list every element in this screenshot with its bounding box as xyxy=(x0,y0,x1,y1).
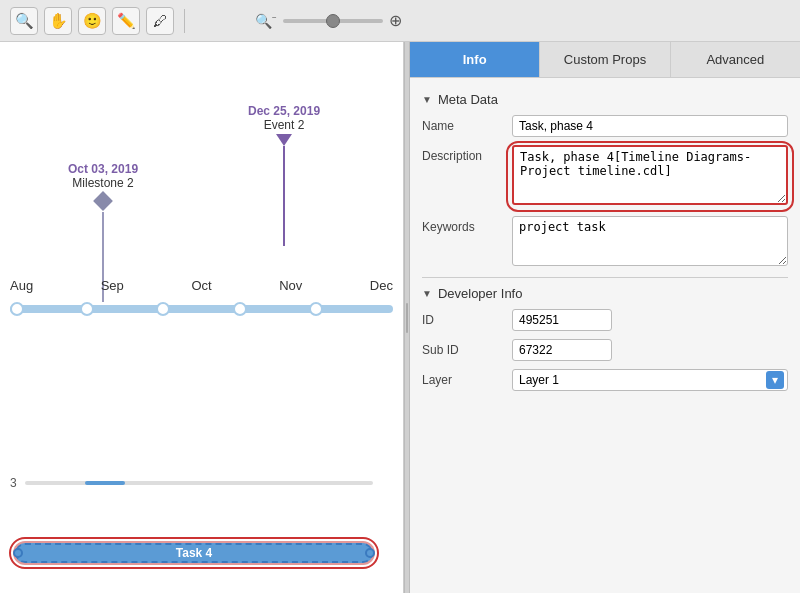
right-panel: Info Custom Props Advanced ▼ Meta Data N… xyxy=(410,42,800,593)
label-aug: Aug xyxy=(10,278,33,293)
name-label: Name xyxy=(422,115,512,133)
description-value-container: Task, phase 4[Timeline Diagrams-Project … xyxy=(512,145,788,208)
tab-info[interactable]: Info xyxy=(410,42,540,77)
timeline-bar: Aug Sep Oct Nov Dec xyxy=(0,300,403,318)
layer-label: Layer xyxy=(422,369,512,387)
toolbar-separator xyxy=(184,9,185,33)
magnify-tool[interactable]: 🔍 xyxy=(10,7,38,35)
subid-value-container xyxy=(512,339,788,361)
subid-field-row: Sub ID xyxy=(422,339,788,361)
event-line xyxy=(283,146,285,246)
pencil-tool[interactable]: ✏️ xyxy=(112,7,140,35)
timeline-labels: Aug Sep Oct Nov Dec xyxy=(10,278,393,293)
timeline-node-nov xyxy=(233,302,247,316)
keywords-label: Keywords xyxy=(422,216,512,234)
keywords-value-container: project task xyxy=(512,216,788,269)
tab-advanced[interactable]: Advanced xyxy=(671,42,800,77)
panel-content: ▼ Meta Data Name Description Task, phase… xyxy=(410,78,800,593)
timeline-track xyxy=(10,305,393,313)
scroll-area: 3 xyxy=(0,473,383,493)
task4-right-handle[interactable] xyxy=(365,548,375,558)
milestone-date: Oct 03, 2019 xyxy=(68,162,138,176)
zoom-slider[interactable] xyxy=(283,19,383,23)
meta-collapse-icon[interactable]: ▼ xyxy=(422,94,432,105)
task4-left-handle[interactable] xyxy=(13,548,23,558)
description-label: Description xyxy=(422,145,512,163)
meta-data-section-header: ▼ Meta Data xyxy=(422,92,788,107)
label-sep: Sep xyxy=(101,278,124,293)
dev-collapse-icon[interactable]: ▼ xyxy=(422,288,432,299)
select-tool[interactable]: 🙂 xyxy=(78,7,106,35)
timeline-node-aug xyxy=(10,302,24,316)
section-divider xyxy=(422,277,788,278)
meta-section-title: Meta Data xyxy=(438,92,498,107)
layer-select-wrapper: Layer 1 Layer 2 Layer 3 xyxy=(512,369,788,391)
scroll-track[interactable] xyxy=(25,481,373,485)
tab-custom-props[interactable]: Custom Props xyxy=(540,42,670,77)
name-input[interactable] xyxy=(512,115,788,137)
description-textarea[interactable]: Task, phase 4[Timeline Diagrams-Project … xyxy=(512,145,788,205)
timeline-node-oct xyxy=(156,302,170,316)
scroll-number: 3 xyxy=(10,476,17,490)
id-field-row: ID xyxy=(422,309,788,331)
timeline-area: Dec 25, 2019 Event 2 Oct 03, 2019 Milest… xyxy=(0,42,403,593)
layer-field-row: Layer Layer 1 Layer 2 Layer 3 xyxy=(422,369,788,391)
name-value-container xyxy=(512,115,788,137)
zoom-out-icon[interactable]: 🔍− xyxy=(255,13,277,29)
main-layout: Dec 25, 2019 Event 2 Oct 03, 2019 Milest… xyxy=(0,42,800,593)
label-dec: Dec xyxy=(370,278,393,293)
task4-bar[interactable]: Task 4 xyxy=(15,543,373,563)
panel-tabs: Info Custom Props Advanced xyxy=(410,42,800,78)
layer-value-container: Layer 1 Layer 2 Layer 3 xyxy=(512,369,788,391)
label-nov: Nov xyxy=(279,278,302,293)
id-label: ID xyxy=(422,309,512,327)
event-triangle-icon xyxy=(276,134,292,146)
event-dec-label: Event 2 xyxy=(248,118,320,132)
description-field-row: Description Task, phase 4[Timeline Diagr… xyxy=(422,145,788,208)
id-input[interactable] xyxy=(512,309,612,331)
scroll-thumb[interactable] xyxy=(85,481,125,485)
pan-tool[interactable]: ✋ xyxy=(44,7,72,35)
zoom-in-icon[interactable]: ⊕ xyxy=(389,11,402,30)
milestone-label: Milestone 2 xyxy=(68,176,138,190)
id-value-container xyxy=(512,309,788,331)
label-oct: Oct xyxy=(191,278,211,293)
name-field-row: Name xyxy=(422,115,788,137)
toolbar: 🔍 ✋ 🙂 ✏️ 🖊 🔍− ⊕ xyxy=(0,0,800,42)
keywords-field-row: Keywords project task xyxy=(422,216,788,269)
canvas-area[interactable]: Dec 25, 2019 Event 2 Oct 03, 2019 Milest… xyxy=(0,42,404,593)
dev-section-title: Developer Info xyxy=(438,286,523,301)
subid-label: Sub ID xyxy=(422,339,512,357)
zoom-control: 🔍− ⊕ xyxy=(255,11,402,30)
keywords-textarea[interactable]: project task xyxy=(512,216,788,266)
diamond-icon xyxy=(93,191,113,211)
timeline-node-dec xyxy=(309,302,323,316)
stamp-tool[interactable]: 🖊 xyxy=(146,7,174,35)
task4-container[interactable]: Task 4 xyxy=(15,543,373,563)
event-dec25: Dec 25, 2019 Event 2 xyxy=(248,104,320,246)
developer-info-section-header: ▼ Developer Info xyxy=(422,286,788,301)
event-dec-date: Dec 25, 2019 xyxy=(248,104,320,118)
subid-input[interactable] xyxy=(512,339,612,361)
task4-label: Task 4 xyxy=(176,546,212,560)
timeline-node-sep xyxy=(80,302,94,316)
layer-select[interactable]: Layer 1 Layer 2 Layer 3 xyxy=(512,369,788,391)
